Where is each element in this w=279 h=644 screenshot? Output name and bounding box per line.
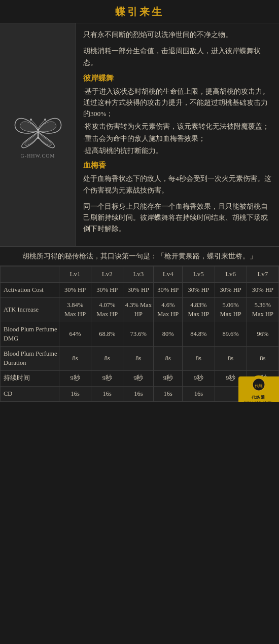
col-label: [1, 267, 59, 282]
cell-r1-c4: 4.83% Max HP: [183, 298, 215, 322]
cell-r0-c5: 30% HP: [215, 282, 247, 298]
cell-r3-c2: 8s: [123, 347, 154, 371]
table-row: Activation Cost30% HP30% HP30% HP30% HP3…: [1, 282, 279, 298]
cell-r1-c5: 5.06% Max HP: [215, 298, 247, 322]
row-label-5: CD: [1, 386, 59, 402]
col-lv2: Lv2: [91, 267, 123, 282]
corner-badge: 代练 代练通 DAI LIAN TONG: [238, 376, 279, 402]
cell-r5-c3: 16s: [154, 386, 183, 402]
row-label-2: Blood Plum Perfume DMG: [1, 322, 59, 347]
col-lv6: Lv6: [215, 267, 247, 282]
description-section: 只有永不间断的烈焰可以洗净世间的不净之物。 胡桃消耗一部分生命值，击退周围敌人，…: [76, 23, 279, 246]
section1-title: 彼岸蝶舞: [83, 73, 272, 83]
cell-r2-c3: 80%: [154, 322, 183, 347]
cell-r1-c0: 3.84% Max HP: [59, 298, 91, 322]
col-lv5: Lv5: [183, 267, 215, 282]
table-row: 持续时间9秒9秒9秒9秒9秒9秒9秒: [1, 371, 279, 387]
row-label-1: ATK Increase: [1, 298, 59, 322]
image-section: G-HHW.COM: [0, 23, 76, 246]
page-title: 蝶引来生: [115, 6, 164, 17]
intro-text-1: 只有永不间断的烈焰可以洗净世间的不净之物。: [83, 29, 272, 41]
table-row: ATK Increase3.84% Max HP4.07% Max HP4.3%…: [1, 298, 279, 322]
svg-point-1: [30, 119, 32, 121]
cell-r2-c2: 73.6%: [123, 322, 154, 347]
quote-text: 胡桃所习得的秘传枪法，其口诀第一句是：「枪开黄泉路，蝶引来世桥。」: [22, 252, 257, 260]
butterfly-icon: [13, 110, 63, 151]
cell-r3-c6: 8s: [247, 347, 278, 371]
svg-text:代练: 代练: [254, 383, 263, 388]
cell-r2-c4: 84.8%: [183, 322, 215, 347]
col-lv7: Lv7: [247, 267, 278, 282]
main-content: G-HHW.COM 只有永不间断的烈焰可以洗净世间的不净之物。 胡桃消耗一部分生…: [0, 23, 279, 246]
col-lv1: Lv1: [59, 267, 91, 282]
cell-r1-c2: 4.3% Max HP: [123, 298, 154, 322]
bullet-2: ·将攻击伤害转为火元素伤害，该元素转化无法被附魔覆盖；: [83, 121, 272, 132]
title-section: 蝶引来生: [0, 0, 279, 23]
row-label-4: 持续时间: [1, 371, 59, 387]
cell-r4-c2: 9秒: [123, 371, 154, 387]
cell-r5-c2: 16s: [123, 386, 154, 402]
bullet-4: ·提高胡桃的抗打断能力。: [83, 145, 272, 157]
cell-r1-c1: 4.07% Max HP: [91, 298, 123, 322]
cell-r1-c6: 5.36% Max HP: [247, 298, 278, 322]
col-lv4: Lv4: [154, 267, 183, 282]
cell-r0-c3: 30% HP: [154, 282, 183, 298]
watermark-text: G-HHW.COM: [21, 153, 55, 159]
quote-section: 胡桃所习得的秘传枪法，其口诀第一句是：「枪开黄泉路，蝶引来世桥。」: [0, 246, 279, 266]
badge-label-bottom: DAI LIAN TONG: [244, 400, 273, 402]
cell-r2-c0: 64%: [59, 322, 91, 347]
cell-r0-c6: 30% HP: [247, 282, 278, 298]
cell-r0-c2: 30% HP: [123, 282, 154, 298]
skill-image: G-HHW.COM: [5, 102, 71, 168]
cell-r3-c4: 8s: [183, 347, 215, 371]
table-header-row: Lv1 Lv2 Lv3 Lv4 Lv5 Lv6 Lv7: [1, 267, 279, 282]
cell-r0-c1: 30% HP: [91, 282, 123, 298]
stats-table: Lv1 Lv2 Lv3 Lv4 Lv5 Lv6 Lv7 Activation C…: [0, 266, 279, 402]
badge-logo-icon: 代练: [252, 377, 266, 392]
cell-r1-c3: 4.6% Max HP: [154, 298, 183, 322]
badge-icon: 代练: [250, 375, 268, 394]
cell-r5-c1: 16s: [91, 386, 123, 402]
col-lv3: Lv3: [123, 267, 154, 282]
cell-r2-c6: 96%: [247, 322, 278, 347]
cell-r3-c5: 8s: [215, 347, 247, 371]
section2-title: 血梅香: [83, 161, 272, 170]
cell-r3-c3: 8s: [154, 347, 183, 371]
svg-point-2: [44, 119, 46, 121]
badge-label-top: 代练通: [252, 395, 265, 400]
table-row: CD16s16s16s16s16s: [1, 386, 279, 402]
cell-r2-c5: 89.6%: [215, 322, 247, 347]
section2-para-2: 同一个目标身上只能存在一个血梅香效果，且只能被胡桃自己刷新持续时间。彼岸蝶舞将在…: [83, 201, 272, 235]
row-label-0: Activation Cost: [1, 282, 59, 298]
table-row: Blood Plum Perfume Duration8s8s8s8s8s8s8…: [1, 347, 279, 371]
cell-r2-c1: 68.8%: [91, 322, 123, 347]
cell-r0-c4: 30% HP: [183, 282, 215, 298]
bullet-3: ·重击会为命中的敌人施加血梅香效果；: [83, 133, 272, 144]
page-container: 蝶引来生: [0, 0, 279, 402]
section2-para-1: 处于血梅香状态下的敌人，每4秒会受到一次火元素伤害。这个伤害视为元素战技伤害。: [83, 173, 272, 196]
cell-r4-c3: 9秒: [154, 371, 183, 387]
cell-r0-c0: 30% HP: [59, 282, 91, 298]
table-row: Blood Plum Perfume DMG64%68.8%73.6%80%84…: [1, 322, 279, 347]
bullet-1: ·基于进入该状态时胡桃的生命值上限，提高胡桃的攻击力。通过这种方式获得的攻击力提…: [83, 86, 272, 120]
cell-r4-c4: 9秒: [183, 371, 215, 387]
cell-r4-c1: 9秒: [91, 371, 123, 387]
cell-r3-c1: 8s: [91, 347, 123, 371]
stats-table-wrapper: Lv1 Lv2 Lv3 Lv4 Lv5 Lv6 Lv7 Activation C…: [0, 266, 279, 402]
cell-r4-c0: 9秒: [59, 371, 91, 387]
row-label-3: Blood Plum Perfume Duration: [1, 347, 59, 371]
cell-r5-c4: 16s: [183, 386, 215, 402]
intro-text-2: 胡桃消耗一部分生命值，击退周围敌人，进入彼岸蝶舞状态。: [83, 46, 272, 68]
cell-r5-c0: 16s: [59, 386, 91, 402]
cell-r3-c0: 8s: [59, 347, 91, 371]
